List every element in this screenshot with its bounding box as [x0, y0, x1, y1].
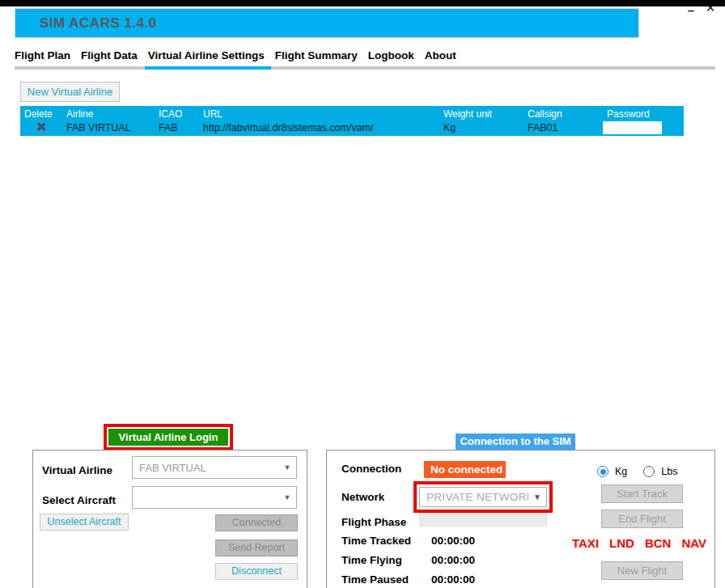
lnd-indicator: LND [609, 536, 634, 550]
col-header-weight-unit: Weight unit [439, 108, 524, 120]
login-section-title: Virtual Airline Login [108, 429, 228, 446]
chevron-down-icon: ▼ [528, 493, 546, 501]
time-flying-value: 00:00:00 [431, 554, 475, 566]
end-flight-button[interactable]: End Flight [601, 510, 683, 528]
time-flying-label: Time Flying [341, 554, 431, 566]
connected-button[interactable]: Connected [215, 514, 298, 531]
cell-callsign: FAB01 [524, 122, 603, 133]
col-header-airline: Airline [62, 108, 155, 120]
sim-section-title: Connection to the SIM [456, 434, 575, 450]
tab-flight-summary[interactable]: Flight Summary [275, 49, 358, 66]
disconnect-button[interactable]: Disconnect [215, 563, 298, 580]
lbs-radio[interactable] [643, 466, 655, 477]
flight-phase-field [419, 513, 547, 527]
time-flying-row: Time Flying 00:00:00 [341, 554, 552, 566]
time-tracked-row: Time Tracked 00:00:00 [341, 535, 552, 547]
cell-weight-unit: Kg [439, 122, 524, 133]
app-title: SIM ACARS 1.4.0 [40, 9, 638, 37]
chevron-down-icon: ▼ [278, 493, 296, 501]
network-highlight-frame: PRIVATE NETWORK ▼ [413, 481, 553, 513]
taxi-indicator: TAXI [572, 536, 599, 550]
virtual-airline-select-value: FAB VIRTUAL [133, 462, 278, 474]
select-aircraft-label: Select Aircraft [42, 494, 116, 506]
new-flight-button[interactable]: New Flight [601, 561, 683, 580]
connection-label: Connection [341, 463, 401, 475]
flight-phase-label: Flight Phase [341, 516, 406, 528]
time-tracked-label: Time Tracked [341, 535, 431, 547]
col-header-icao: ICAO [155, 108, 199, 120]
time-tracked-value: 00:00:00 [431, 535, 475, 547]
login-title-highlight-frame: Virtual Airline Login [104, 424, 233, 451]
time-paused-row: Time Paused 00:00:00 [341, 573, 552, 586]
tab-about[interactable]: About [425, 49, 456, 66]
new-virtual-airline-button[interactable]: New Virtual Airline [20, 82, 120, 102]
tab-virtual-airline-settings[interactable]: Virtual Airline Settings [148, 49, 265, 66]
virtual-airline-select[interactable]: FAB VIRTUAL ▼ [132, 456, 297, 479]
weight-unit-radio-group: Kg Lbs [597, 466, 687, 477]
cell-icao: FAB [155, 122, 199, 133]
cell-airline: FAB VIRTUAL [62, 122, 155, 133]
col-header-delete: Delete [20, 108, 62, 120]
virtual-airline-label: Virtual Airline [42, 464, 112, 476]
window-top-strip [0, 0, 725, 6]
app-window: SIM ACARS 1.4.0 – ✕ Flight Plan Flight D… [0, 0, 725, 588]
delete-airline-icon[interactable]: ✖ [20, 120, 62, 136]
connection-status-badge: No connected [424, 461, 506, 478]
select-aircraft-select[interactable]: ▼ [132, 486, 297, 509]
tab-bar: Flight Plan Flight Data Virtual Airline … [15, 49, 456, 66]
chevron-down-icon: ▼ [278, 463, 296, 472]
tab-flight-plan[interactable]: Flight Plan [15, 49, 70, 66]
kg-radio[interactable] [597, 466, 608, 477]
unselect-aircraft-button[interactable]: Unselect Aircraft [40, 514, 129, 531]
kg-radio-label: Kg [615, 466, 627, 477]
airline-table-header: Delete Airline ICAO URL Weight unit Call… [20, 106, 684, 120]
tab-logbook[interactable]: Logbook [368, 49, 414, 66]
network-select-value: PRIVATE NETWORK [420, 491, 528, 503]
minimize-button[interactable]: – [684, 3, 698, 17]
airline-table: Delete Airline ICAO URL Weight unit Call… [20, 106, 684, 136]
virtual-airline-login-panel: Virtual Airline FAB VIRTUAL ▼ Select Air… [32, 450, 307, 588]
status-indicators: TAXI LND BCN NAV [572, 536, 706, 550]
network-select[interactable]: PRIVATE NETWORK ▼ [419, 487, 547, 507]
tab-underline-track [15, 66, 715, 70]
time-paused-value: 00:00:00 [431, 573, 475, 586]
close-button[interactable]: ✕ [703, 1, 718, 15]
lbs-radio-label: Lbs [661, 466, 677, 477]
airline-table-row: ✖ FAB VIRTUAL FAB http://fabvirtual.dr8s… [20, 120, 684, 136]
tab-flight-data[interactable]: Flight Data [81, 49, 138, 66]
app-header: SIM ACARS 1.4.0 [15, 8, 639, 38]
bcn-indicator: BCN [645, 536, 672, 550]
nav-indicator: NAV [681, 536, 706, 550]
time-paused-label: Time Paused [341, 573, 431, 586]
sim-connection-panel: Connection No connected Network PRIVATE … [326, 450, 715, 588]
col-header-callsign: Callsign [524, 108, 603, 120]
cell-url: http://fabvirtual.dr8sistemas.com/vam/ [199, 122, 439, 133]
col-header-password: Password [603, 108, 684, 120]
send-report-button[interactable]: Send Report [215, 539, 298, 556]
network-label: Network [341, 491, 384, 503]
password-field[interactable] [603, 121, 662, 134]
col-header-url: URL [199, 108, 439, 120]
start-track-button[interactable]: Start Track [601, 484, 683, 503]
